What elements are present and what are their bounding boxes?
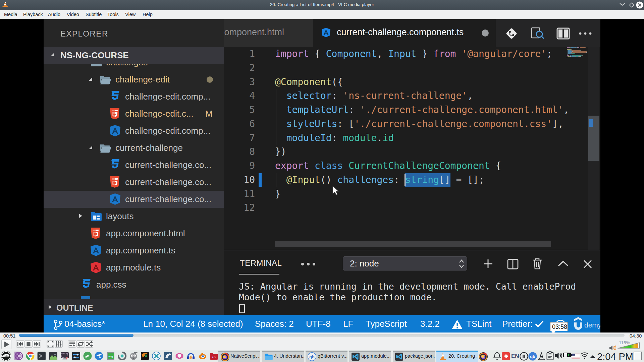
split-editor-icon[interactable] [556, 27, 570, 40]
tray-firefox-icon[interactable] [479, 352, 488, 361]
minimize-button[interactable] [619, 2, 625, 6]
modified-dot-icon[interactable] [482, 29, 489, 37]
taskbar-icon-greenapp[interactable] [83, 352, 92, 360]
taskbar-icon-loader[interactable] [118, 352, 126, 360]
tree-item-current-challenge.co...[interactable]: current-challenge.co... [44, 157, 224, 174]
new-terminal-icon[interactable] [482, 258, 494, 270]
tray-keyboard-layout[interactable]: EN [511, 353, 519, 360]
taskbar-icon-filezilla[interactable]: Fz [209, 352, 218, 360]
playlist-button[interactable] [68, 340, 76, 348]
minimap[interactable] [567, 47, 588, 250]
taskbar-icon-konsole[interactable] [37, 352, 46, 360]
task-app-module-[interactable]: app.module.... [349, 351, 391, 362]
tree-item-current-challenge[interactable]: current-challenge [44, 139, 224, 157]
taskbar-icon-spectacle[interactable] [60, 352, 69, 360]
terminal-tab[interactable]: TERMINAL [240, 258, 282, 268]
statusbar-spaces-2[interactable]: Spaces: 2 [255, 319, 294, 329]
code-editor[interactable]: 1import { Component, Input } from '@angu… [224, 47, 600, 250]
tab-current-challenge-component-ts[interactable]: current-challenge.component.ts [313, 19, 496, 47]
close-button[interactable] [636, 1, 643, 9]
tab-component-html[interactable]: component.html [224, 19, 313, 47]
taskbar-icon-audio[interactable] [186, 352, 195, 360]
taskbar-icon-sliders[interactable] [72, 352, 80, 360]
taskbar-icon-x2go[interactable] [152, 352, 161, 360]
next-button[interactable] [33, 340, 41, 348]
taskbar-icon-eagle[interactable] [141, 352, 149, 360]
taskbar-icon-falkon[interactable] [95, 352, 103, 360]
fullscreen-button[interactable] [47, 340, 54, 348]
task-4-understan-[interactable]: 4. Understan... [262, 351, 304, 362]
task-qbittorrent-v-[interactable]: qbqBittorrent v... [306, 351, 347, 362]
app-launcher-opensuse-icon[interactable] [1, 351, 11, 361]
previous-button[interactable] [16, 340, 24, 348]
tree-item-challenge-edit.c...[interactable]: challenge-edit.c...M [44, 105, 224, 122]
tree-item-app.component.html[interactable]: app.component.html [44, 225, 224, 242]
stop-button[interactable] [24, 340, 33, 348]
open-changes-icon[interactable] [505, 27, 518, 40]
tree-root-folder[interactable]: NS-NG-COURSE [44, 47, 224, 64]
menu-help[interactable]: Help [143, 12, 153, 17]
statusbar-3-2-2[interactable]: 3.2.2 [420, 319, 440, 329]
kill-terminal-icon[interactable] [532, 257, 543, 270]
terminal-select[interactable]: 2: node [343, 256, 467, 270]
statusbar-prettier-[interactable]: Prettier: [502, 319, 533, 329]
clock[interactable]: 2:04 PM [597, 351, 633, 362]
open-preview-icon[interactable] [530, 27, 544, 40]
taskbar-icon-mysql[interactable] [164, 352, 172, 360]
tray-wifi-icon[interactable] [580, 352, 589, 359]
extended-settings-button[interactable] [55, 340, 63, 348]
menu-media[interactable]: Media [4, 12, 17, 17]
play-button[interactable] [1, 340, 11, 349]
statusbar-lf[interactable]: LF [343, 319, 353, 329]
taskbar-icon-blender[interactable] [198, 352, 207, 360]
maximize-panel-icon[interactable] [557, 260, 569, 267]
statusbar-typescript[interactable]: TypeScript [366, 319, 407, 329]
tray-qb-icon[interactable]: qb [528, 352, 537, 361]
menu-view[interactable]: View [125, 12, 136, 17]
terminal-more-icon[interactable] [301, 262, 316, 266]
tray-usflag-icon[interactable] [572, 354, 580, 359]
close-panel-icon[interactable] [582, 258, 593, 270]
tray-redbox-icon[interactable] [501, 352, 510, 361]
statusbar-ln-10-col-24-8-selected-[interactable]: Ln 10, Col 24 (8 selected) [143, 319, 243, 329]
menu-audio[interactable]: Audio [48, 12, 60, 17]
tray-pausecircle-icon[interactable] [520, 352, 528, 361]
tree-item-app.css[interactable]: app.css [44, 276, 224, 293]
statusbar-branch[interactable]: 04-basics* [64, 319, 105, 329]
random-button[interactable] [85, 340, 93, 348]
menu-tools[interactable]: Tools [107, 12, 119, 17]
taskbar-icon-gwenview[interactable] [175, 352, 184, 360]
horizontal-scrollbar[interactable] [275, 241, 551, 247]
tray-battery-icon[interactable] [563, 352, 572, 358]
taskbar-icon-nqq[interactable]: nqq [106, 352, 115, 360]
tray-bell-icon[interactable] [493, 352, 501, 360]
tree-item-challenge-edit[interactable]: challenge-edit [44, 71, 224, 88]
tree-item-app.component.ts[interactable]: app.component.ts [44, 242, 224, 259]
tree-item-app.module.ts[interactable]: app.module.ts [44, 259, 224, 276]
tree-item-current-challenge.co...[interactable]: current-challenge.co... [44, 191, 224, 208]
statusbar-tslint[interactable]: TSLint [466, 319, 491, 329]
taskbar-icon-gimp[interactable] [129, 352, 138, 360]
menu-subtitle[interactable]: Subtitle [86, 12, 102, 17]
volume-slider[interactable] [618, 342, 642, 349]
tray-clipboard-icon[interactable] [546, 351, 554, 361]
task-20-creating-[interactable]: 20. Creating ... [436, 351, 478, 362]
maximize-button[interactable] [628, 2, 635, 8]
split-terminal-icon[interactable] [507, 258, 519, 270]
task-package-json-[interactable]: package.json... [393, 351, 435, 362]
editor-more-actions-icon[interactable] [579, 32, 592, 35]
outline-section[interactable]: OUTLINE [44, 299, 224, 315]
statusbar-utf-8[interactable]: UTF-8 [306, 319, 331, 329]
tray-chevup-icon[interactable] [589, 355, 596, 359]
taskbar-icon-tor[interactable] [14, 352, 23, 360]
tray-speaker-icon[interactable] [554, 352, 563, 359]
video-area[interactable]: component.html current-challenge.compone… [0, 19, 644, 333]
show-desktop-widget[interactable] [634, 352, 642, 360]
taskbar-icon-chrome[interactable] [26, 352, 35, 360]
tree-item-challenge-edit.comp...[interactable]: challenge-edit.comp... [44, 88, 224, 105]
taskbar-icon-imageview[interactable] [49, 352, 58, 360]
menu-playback[interactable]: Playback [23, 12, 43, 17]
tree-item-current-challenge.co...[interactable]: current-challenge.co... [44, 174, 224, 191]
vlc-titlebar[interactable]: 20. Creating a List of Items.mp4 - VLC m… [0, 0, 644, 10]
loop-button[interactable] [76, 340, 85, 348]
